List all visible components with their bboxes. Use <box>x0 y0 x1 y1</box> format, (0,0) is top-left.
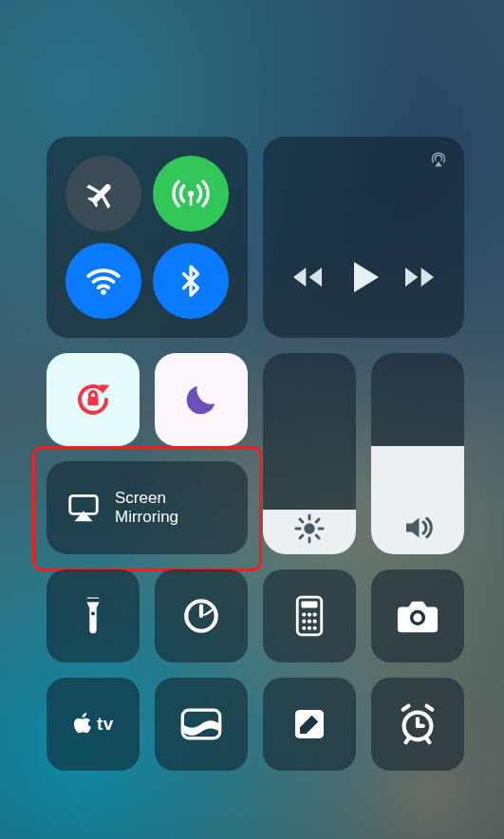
timer-button[interactable] <box>155 569 248 662</box>
svg-point-21 <box>313 612 317 616</box>
svg-point-19 <box>302 612 306 616</box>
svg-rect-14 <box>87 599 99 603</box>
calculator-button[interactable] <box>263 569 356 662</box>
apple-logo-icon <box>72 711 95 737</box>
brightness-icon <box>293 513 326 545</box>
media-panel[interactable] <box>263 137 464 338</box>
svg-rect-3 <box>87 397 98 405</box>
calculator-icon <box>293 595 326 637</box>
svg-point-20 <box>308 612 311 616</box>
svg-point-29 <box>413 613 421 622</box>
svg-rect-1 <box>190 194 193 206</box>
forward-button[interactable] <box>401 258 439 296</box>
brightness-slider[interactable] <box>263 353 356 554</box>
play-button[interactable] <box>341 254 386 300</box>
wallet-icon <box>179 706 223 742</box>
cellular-toggle[interactable] <box>153 156 229 232</box>
control-center: Screen Mirroring <box>0 0 504 839</box>
svg-line-10 <box>300 519 303 522</box>
screen-mirroring-button[interactable]: Screen Mirroring <box>47 461 248 554</box>
notes-icon <box>290 705 328 743</box>
camera-icon <box>396 597 439 635</box>
airplane-icon <box>85 176 121 212</box>
bluetooth-icon <box>174 264 208 298</box>
do-not-disturb-toggle[interactable] <box>155 353 248 446</box>
rotation-lock-toggle[interactable] <box>47 353 140 446</box>
svg-line-38 <box>427 706 433 710</box>
svg-line-13 <box>316 519 319 522</box>
svg-point-27 <box>313 626 317 630</box>
do-not-disturb-icon <box>182 381 220 419</box>
airplay-video-icon <box>65 490 102 526</box>
svg-line-37 <box>403 706 409 710</box>
timer-icon <box>181 596 221 636</box>
connectivity-panel[interactable] <box>47 137 248 338</box>
svg-line-39 <box>406 738 409 742</box>
volume-icon <box>401 511 435 545</box>
rewind-button[interactable] <box>289 258 327 296</box>
svg-point-2 <box>101 289 106 295</box>
svg-line-12 <box>300 535 303 538</box>
wallet-button[interactable] <box>155 678 248 771</box>
svg-point-15 <box>91 612 95 616</box>
screen-mirroring-label: Screen Mirroring <box>115 489 178 526</box>
svg-line-40 <box>427 738 430 742</box>
alarm-button[interactable] <box>371 678 464 771</box>
svg-point-5 <box>304 523 314 533</box>
airplane-toggle[interactable] <box>65 156 141 232</box>
svg-rect-18 <box>302 601 318 607</box>
bluetooth-toggle[interactable] <box>153 243 229 319</box>
svg-point-23 <box>308 620 311 624</box>
rotation-lock-icon <box>70 377 116 422</box>
cellular-icon <box>170 173 212 214</box>
camera-button[interactable] <box>371 569 464 662</box>
flashlight-icon <box>79 595 107 637</box>
volume-slider[interactable] <box>371 353 464 554</box>
apple-tv-button[interactable]: tv <box>47 678 140 771</box>
airplay-audio-icon <box>428 150 449 171</box>
notes-button[interactable] <box>263 678 356 771</box>
svg-line-11 <box>316 535 319 538</box>
svg-point-26 <box>308 626 311 630</box>
svg-point-25 <box>302 626 306 630</box>
wifi-toggle[interactable] <box>65 243 141 319</box>
alarm-icon <box>396 702 439 746</box>
apple-tv-label: tv <box>97 714 114 735</box>
flashlight-button[interactable] <box>47 569 140 662</box>
svg-point-22 <box>302 620 306 624</box>
svg-point-24 <box>313 620 317 624</box>
wifi-icon <box>84 261 123 301</box>
